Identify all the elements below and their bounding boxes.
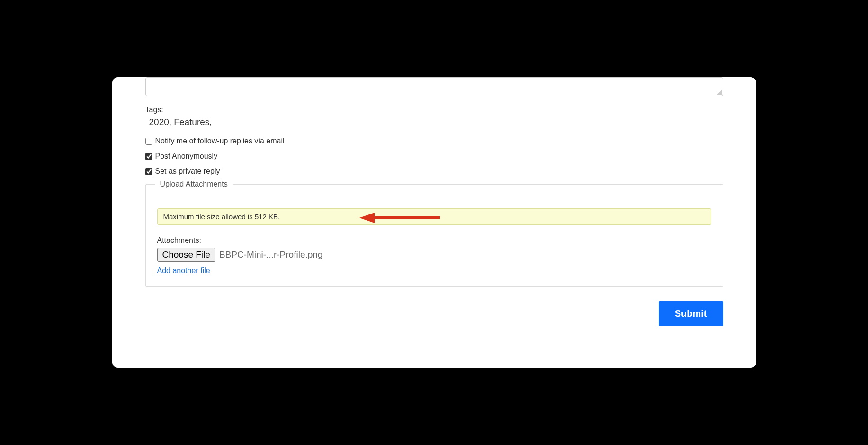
file-input-row: Choose File BBPC-Mini-...r-Profile.png bbox=[157, 248, 711, 262]
submit-row: Submit bbox=[145, 301, 723, 326]
private-checkbox-label[interactable]: Set as private reply bbox=[155, 167, 220, 176]
message-textarea[interactable] bbox=[145, 77, 723, 96]
svg-marker-1 bbox=[359, 213, 375, 223]
file-size-notice: Maximum file size allowed is 512 KB. bbox=[157, 208, 711, 225]
file-size-notice-text: Maximum file size allowed is 512 KB. bbox=[163, 213, 280, 221]
upload-legend: Upload Attachments bbox=[155, 180, 233, 188]
choose-file-button[interactable]: Choose File bbox=[157, 248, 215, 262]
anonymous-checkbox-row: Post Anonymously bbox=[145, 152, 723, 160]
tags-label: Tags: bbox=[145, 106, 723, 114]
notify-checkbox-label[interactable]: Notify me of follow-up replies via email bbox=[155, 137, 285, 145]
attachments-label: Attachments: bbox=[157, 236, 711, 245]
anonymous-checkbox-label[interactable]: Post Anonymously bbox=[155, 152, 218, 160]
add-another-file-link[interactable]: Add another file bbox=[157, 267, 210, 275]
notify-checkbox[interactable] bbox=[145, 138, 152, 145]
submit-button[interactable]: Submit bbox=[659, 301, 723, 326]
upload-fieldset: Upload Attachments Maximum file size all… bbox=[145, 184, 723, 287]
notify-checkbox-row: Notify me of follow-up replies via email bbox=[145, 137, 723, 145]
resize-handle-icon[interactable] bbox=[716, 89, 722, 95]
form-panel: Tags: 2020, Features, Notify me of follo… bbox=[112, 77, 756, 368]
tags-input[interactable]: 2020, Features, bbox=[145, 117, 723, 127]
selected-file-name: BBPC-Mini-...r-Profile.png bbox=[219, 249, 323, 260]
private-checkbox-row: Set as private reply bbox=[145, 167, 723, 176]
private-checkbox[interactable] bbox=[145, 168, 152, 175]
anonymous-checkbox[interactable] bbox=[145, 153, 152, 160]
arrow-annotation-icon bbox=[359, 212, 440, 224]
